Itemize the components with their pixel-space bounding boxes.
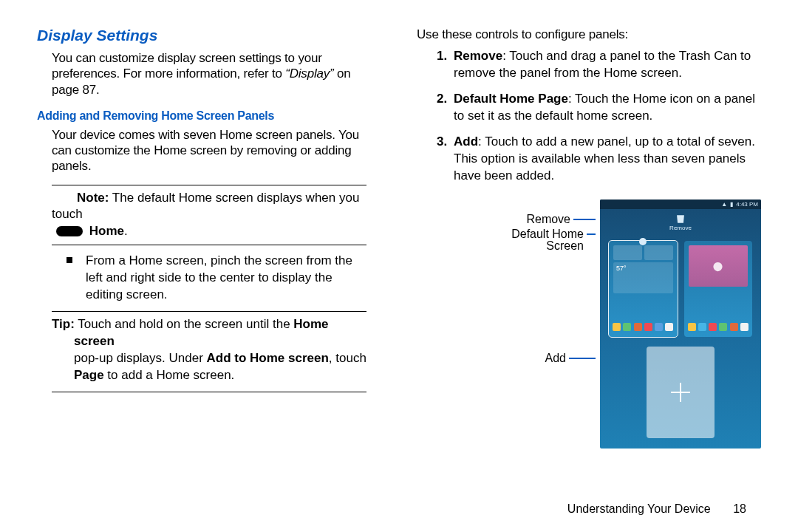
footer-section: Understanding Your Device <box>567 502 711 515</box>
panels-intro: Your device comes with seven Home screen… <box>52 127 381 174</box>
intro-paragraph: You can customize display screen setting… <box>52 50 381 98</box>
battery-icon: ▮ <box>730 201 733 208</box>
panel-row: 57° ● <box>609 241 752 337</box>
callout-default-b: Screen <box>546 239 584 253</box>
bullet-square-icon <box>66 257 72 263</box>
bullet-pinch-instruction: From a Home screen, pinch the screen fro… <box>66 253 366 304</box>
step-default-home: Default Home Page: Touch the Home icon o… <box>451 91 761 125</box>
right-column: Use these controls to configure panels: … <box>417 27 761 449</box>
home-indicator-icon <box>639 238 647 245</box>
cross-ref-display: “Display” <box>285 66 333 81</box>
remove-label: Remove <box>669 225 692 231</box>
callout-add: Add <box>545 352 566 365</box>
panel-header-graphic: ● <box>689 245 748 287</box>
heading-display-settings: Display Settings <box>37 27 381 44</box>
steps-list: Remove: Touch and drag a panel to the Tr… <box>432 48 761 194</box>
figure-callout-labels: Remove Default Home Screen Add <box>508 200 596 449</box>
footer-page-number: 18 <box>733 502 746 516</box>
page-footer: Understanding Your Device 18 <box>567 502 746 516</box>
home-button-icon <box>56 226 83 236</box>
status-time: 4:43 PM <box>736 201 758 208</box>
wifi-icon: ▲ <box>721 201 727 208</box>
controls-lead: Use these controls to configure panels: <box>417 27 761 42</box>
callout-remove: Remove <box>526 213 570 226</box>
subheading-adding-removing: Adding and Removing Home Screen Panels <box>37 109 381 123</box>
panel-default-home: 57° <box>609 241 678 337</box>
tip-label: Tip: <box>52 317 75 331</box>
step-remove: Remove: Touch and drag a panel to the Tr… <box>451 48 761 82</box>
figure-area: Remove Default Home Screen Add <box>508 200 761 449</box>
tip-block: Tip: Touch and hold on the screen until … <box>52 311 366 392</box>
left-column: Display Settings You can customize displ… <box>37 27 381 449</box>
status-bar: ▲ ▮ 4:43 PM <box>600 200 761 209</box>
add-panel-tile <box>647 347 715 438</box>
weather-temp: 57° <box>616 265 627 272</box>
note-block: Note: The default Home screen displays w… <box>52 185 366 246</box>
note-home: Home <box>86 224 124 238</box>
panel-dock-1 <box>613 323 674 333</box>
plus-icon <box>671 383 690 402</box>
remove-trash-zone: Remove <box>669 213 692 231</box>
panel-dock-2 <box>688 323 749 333</box>
device-screenshot: ▲ ▮ 4:43 PM Remove 57° <box>600 200 761 449</box>
panel-secondary: ● <box>684 241 753 337</box>
trash-icon <box>675 213 686 223</box>
note-label: Note: <box>77 191 109 205</box>
step-add: Add: Touch to add a new panel, up to a t… <box>451 134 761 185</box>
